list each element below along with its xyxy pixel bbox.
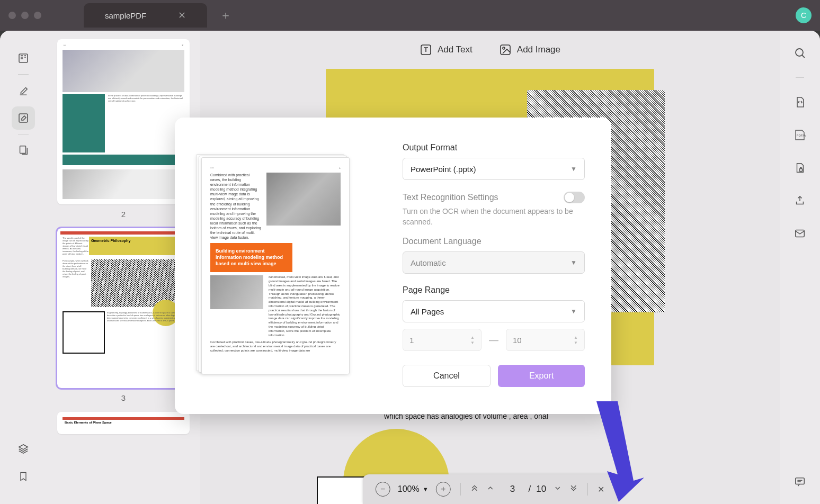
- svg-rect-4: [501, 45, 510, 55]
- range-to-input: 10 ▲▼: [506, 329, 585, 351]
- zoom-value: 100%: [398, 484, 420, 494]
- export-button[interactable]: Export: [498, 365, 585, 387]
- current-page-input[interactable]: [502, 484, 523, 494]
- thumb-3-title: Geometric Philosophy: [89, 237, 184, 255]
- edit-tool-icon[interactable]: [12, 106, 35, 130]
- window-close[interactable]: [8, 12, 16, 19]
- page-range-select[interactable]: All Pages ▼: [403, 300, 585, 322]
- svg-rect-0: [19, 54, 28, 62]
- add-tab-button[interactable]: ＋: [220, 7, 231, 23]
- page-range-label: Page Range: [403, 285, 585, 295]
- add-text-label: Add Text: [438, 44, 473, 55]
- svg-point-5: [503, 47, 505, 49]
- preview-para-2: constructed, multi-view image data are f…: [269, 275, 341, 337]
- lang-select: Automatic ▼: [403, 251, 585, 274]
- share-icon[interactable]: [791, 192, 808, 209]
- lang-value: Automatic: [411, 258, 446, 267]
- prev-page-icon[interactable]: [486, 484, 495, 494]
- svg-rect-8: [799, 169, 803, 172]
- add-image-label: Add Image: [517, 44, 560, 55]
- modal-preview: ▪▪▪1 Combined with practical cases, the …: [175, 118, 376, 414]
- svg-rect-1: [19, 114, 28, 122]
- thumbnail-page-2[interactable]: ▪▪▪2 In the process of data collection o…: [57, 39, 190, 204]
- mail-icon[interactable]: [791, 225, 808, 242]
- thumbnail-page-4[interactable]: Basic Elements of Plane Space: [57, 412, 190, 434]
- export-modal: ▪▪▪1 Combined with practical cases, the …: [175, 118, 611, 414]
- comment-icon[interactable]: [791, 473, 808, 490]
- next-page-icon[interactable]: [554, 484, 562, 494]
- chevron-down-icon: ▼: [571, 308, 577, 315]
- bookmark-icon[interactable]: [12, 465, 35, 488]
- chevron-down-icon[interactable]: ▼: [423, 486, 429, 492]
- page-sep: /: [529, 484, 531, 494]
- output-format-select[interactable]: PowerPoint (.pptx) ▼: [403, 158, 585, 180]
- pdfa-icon[interactable]: PDF/A: [791, 127, 808, 143]
- zoom-in-button[interactable]: +: [436, 482, 451, 497]
- add-text-button[interactable]: Add Text: [420, 43, 473, 56]
- left-sidebar: [0, 31, 47, 504]
- thumb-4-title: Basic Elements of Plane Space: [63, 420, 184, 425]
- tab-title: samplePDF: [105, 11, 146, 20]
- pages-tool-icon[interactable]: [12, 139, 35, 162]
- first-page-icon[interactable]: [470, 484, 479, 494]
- add-image-button[interactable]: Add Image: [499, 43, 560, 56]
- range-dash: —: [489, 335, 498, 346]
- avatar[interactable]: C: [796, 7, 812, 23]
- window-minimize[interactable]: [21, 12, 29, 19]
- range-from-input: 1 ▲▼: [403, 329, 482, 351]
- thumbnail-page-3[interactable]: The specific pixel of the image can be e…: [57, 228, 190, 388]
- svg-rect-10: [796, 478, 805, 484]
- chevron-down-icon: ▼: [571, 165, 577, 173]
- close-icon[interactable]: ✕: [178, 10, 186, 21]
- preview-para-3: Combined with practical cases, low-altit…: [210, 340, 341, 353]
- tab-samplepdf[interactable]: samplePDF ✕: [84, 3, 207, 28]
- preview-para-1: Combined with practical cases, the build…: [210, 173, 261, 240]
- zoom-out-button[interactable]: −: [376, 482, 390, 497]
- highlight-tool-icon[interactable]: [12, 79, 35, 102]
- svg-point-6: [796, 49, 803, 56]
- total-pages: 10: [536, 484, 546, 494]
- cancel-button[interactable]: Cancel: [403, 365, 491, 387]
- output-format-value: PowerPoint (.pptx): [411, 165, 476, 174]
- bottom-bar: − 100% ▼ + / 10 ✕: [363, 474, 617, 504]
- preview-orange-box: Building environment information modelin…: [210, 243, 292, 272]
- svg-text:PDF/A: PDF/A: [797, 134, 806, 137]
- lang-label: Document Language: [403, 237, 585, 246]
- page-range-value: All Pages: [411, 307, 444, 316]
- thumb-label-3: 3: [57, 393, 190, 402]
- thumb-label-2: 2: [57, 210, 190, 219]
- output-format-label: Output Format: [403, 143, 585, 152]
- convert-icon[interactable]: [791, 94, 808, 111]
- preview-image-b: [210, 275, 263, 309]
- ocr-help-text: Turn on the OCR when the document appear…: [403, 206, 585, 227]
- lock-file-icon[interactable]: [791, 159, 808, 176]
- last-page-icon[interactable]: [569, 484, 578, 494]
- ocr-settings-label: Text Recognition Settings: [403, 193, 498, 202]
- window-maximize[interactable]: [34, 12, 41, 19]
- ocr-toggle[interactable]: [564, 192, 585, 203]
- right-sidebar: PDF/A: [780, 31, 820, 504]
- preview-image-a: [266, 173, 341, 226]
- outline-tool-icon[interactable]: [12, 47, 35, 70]
- layers-icon[interactable]: [12, 437, 35, 461]
- svg-rect-9: [796, 230, 805, 237]
- svg-rect-2: [20, 146, 26, 154]
- chevron-down-icon: ▼: [571, 259, 577, 266]
- close-bar-icon[interactable]: ✕: [598, 484, 604, 494]
- search-icon[interactable]: [791, 44, 808, 61]
